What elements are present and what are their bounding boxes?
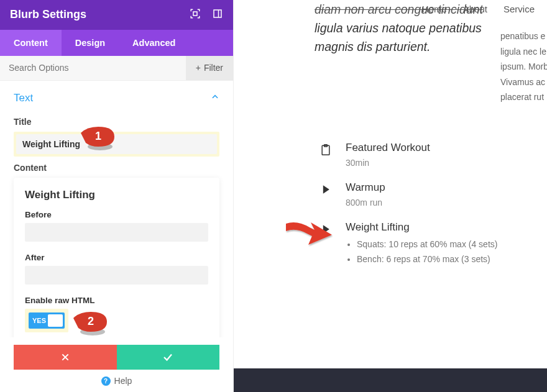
workout-title: Weight Lifting: [346, 221, 497, 234]
help-icon: ?: [101, 376, 111, 386]
section-title: Text: [14, 92, 33, 104]
dock-icon[interactable]: [212, 8, 223, 22]
chevron-up-icon: [211, 93, 219, 104]
svg-rect-1: [214, 10, 221, 17]
save-button[interactable]: [117, 345, 220, 370]
tab-design[interactable]: Design: [62, 30, 119, 56]
toggle-knob: [48, 314, 63, 327]
svg-rect-0: [193, 12, 197, 16]
workout-title: Featured Workout: [346, 142, 430, 154]
list-item: Weight Lifting Squats: 10 reps at 60% ma…: [318, 221, 505, 267]
card-heading: Weight Lifting: [25, 189, 208, 201]
content-editor-card: Weight Lifting Before After Enable raw H…: [14, 178, 219, 337]
text-section: Text Title Content Weight Lifting Before…: [0, 81, 233, 337]
action-buttons: [14, 345, 219, 370]
workout-meta: 800m run: [346, 198, 385, 207]
workout-meta: 30min: [346, 158, 430, 168]
after-input[interactable]: [25, 266, 208, 285]
close-icon: [60, 352, 70, 362]
check-icon: [162, 352, 173, 363]
panel-title: Blurb Settings: [10, 8, 86, 21]
preview-footer: [234, 368, 547, 392]
section-heading[interactable]: Text: [14, 88, 219, 111]
raw-html-toggle[interactable]: YES: [29, 312, 65, 329]
hero-paragraph: diam non arcu congue tincidunt ligula va…: [315, 0, 489, 57]
tab-advanced[interactable]: Advanced: [119, 30, 189, 56]
workout-list: Featured Workout 30min Warmup 800m run W…: [318, 142, 505, 281]
side-paragraph: penatibus e ligula nec le ipsum. Morb Vi…: [500, 29, 547, 105]
before-label: Before: [25, 210, 208, 219]
list-item: Warmup 800m run: [318, 181, 505, 207]
panel-header: Blurb Settings: [0, 0, 233, 30]
enable-raw-label: Enable raw HTML: [25, 296, 208, 305]
header-actions: [190, 8, 223, 22]
svg-marker-11: [323, 185, 329, 193]
toggle-highlight: YES: [25, 309, 68, 332]
title-field-label: Title: [14, 117, 219, 127]
help-link[interactable]: ? Help: [0, 370, 233, 392]
after-label: After: [25, 253, 208, 262]
title-input-highlight: [14, 132, 219, 157]
clipboard-icon: [318, 142, 333, 168]
svg-marker-12: [323, 225, 329, 233]
settings-panel: Blurb Settings Content Design Advanced +…: [0, 0, 234, 392]
workout-bullets: Squats: 10 reps at 60% max (4 sets) Benc…: [346, 237, 497, 267]
workout-title: Warmup: [346, 181, 385, 194]
title-input[interactable]: [16, 134, 217, 154]
expand-icon[interactable]: [190, 8, 201, 22]
list-item: Featured Workout 30min: [318, 142, 505, 168]
content-field-label: Content: [14, 163, 219, 173]
plus-icon: +: [196, 63, 201, 73]
search-input[interactable]: [0, 63, 186, 73]
before-input[interactable]: [25, 223, 208, 242]
tab-content[interactable]: Content: [0, 30, 62, 56]
cancel-button[interactable]: [14, 345, 117, 370]
settings-tabs: Content Design Advanced: [0, 30, 233, 56]
filter-button[interactable]: + Filter: [186, 56, 233, 80]
play-icon: [318, 221, 333, 267]
live-preview: Home About Service diam non arcu congue …: [234, 0, 547, 392]
nav-service[interactable]: Service: [503, 4, 535, 14]
play-icon: [318, 181, 333, 207]
search-row: + Filter: [0, 56, 233, 81]
